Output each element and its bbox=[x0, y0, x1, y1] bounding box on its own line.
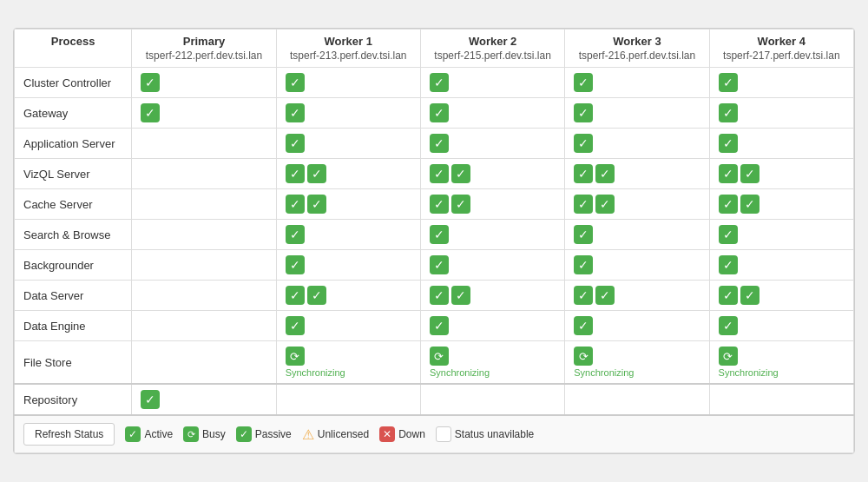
table-row: Data Server✓✓✓✓✓✓✓✓ bbox=[15, 281, 854, 311]
check-icon: ✓ bbox=[574, 195, 593, 214]
process-name: Cache Server bbox=[15, 189, 132, 220]
sync-label: Synchronizing bbox=[719, 367, 779, 378]
legend-warn-icon: ⚠ bbox=[302, 426, 314, 443]
col-worker3: Worker 3 bbox=[565, 30, 709, 50]
sync-icon: ⟳ bbox=[430, 347, 449, 366]
check-icon: ✓ bbox=[430, 316, 449, 335]
check-icon: ✓ bbox=[740, 286, 760, 305]
table-header-hosts: tsperf-212.perf.dev.tsi.lan tsperf-213.p… bbox=[15, 50, 854, 68]
process-name: Backgrounder bbox=[15, 250, 132, 281]
check-icon: ✓ bbox=[719, 255, 738, 274]
legend-item: ✓Active bbox=[125, 426, 173, 442]
check-icon: ✓ bbox=[141, 103, 160, 122]
table-row: File Store⟳Synchronizing⟳Synchronizing⟳S… bbox=[15, 341, 854, 385]
check-icon: ✓ bbox=[719, 164, 738, 183]
legend-item: ✓Passive bbox=[236, 426, 292, 442]
legend-sync-icon: ⟳ bbox=[183, 426, 199, 442]
sync-icon: ⟳ bbox=[286, 347, 305, 366]
table-row: Cache Server✓✓✓✓✓✓✓✓ bbox=[15, 189, 854, 220]
legend-item: ✕Down bbox=[379, 426, 425, 442]
col-primary-host: tsperf-212.perf.dev.tsi.lan bbox=[132, 50, 276, 68]
col-worker3-host: tsperf-216.perf.dev.tsi.lan bbox=[565, 50, 709, 68]
col-worker4: Worker 4 bbox=[709, 30, 853, 50]
footer-row: Refresh Status✓Active⟳Busy✓Passive⚠Unlic… bbox=[15, 415, 854, 453]
sync-cell: ⟳Synchronizing bbox=[430, 347, 556, 378]
check-icon: ✓ bbox=[719, 195, 738, 214]
check-icon: ✓ bbox=[141, 390, 160, 409]
check-icon: ✓ bbox=[430, 103, 449, 122]
check-icon: ✓ bbox=[595, 195, 615, 214]
process-name: File Store bbox=[15, 341, 132, 385]
check-icon: ✓ bbox=[307, 195, 326, 214]
legend-empty-icon bbox=[436, 426, 451, 442]
check-icon: ✓ bbox=[574, 255, 593, 274]
check-icon: ✓ bbox=[286, 103, 305, 122]
legend-label: Passive bbox=[255, 428, 292, 440]
check-icon: ✓ bbox=[574, 103, 593, 122]
check-icon: ✓ bbox=[719, 225, 738, 244]
check-icon: ✓ bbox=[719, 134, 738, 153]
table-row: Cluster Controller✓✓✓✓✓ bbox=[15, 68, 854, 98]
sync-cell: ⟳Synchronizing bbox=[286, 347, 411, 378]
table-row: VizQL Server✓✓✓✓✓✓✓✓ bbox=[15, 159, 854, 189]
legend-item: ⚠Unlicensed bbox=[302, 426, 369, 443]
table-row: Gateway✓✓✓✓✓ bbox=[15, 98, 854, 129]
legend-check-icon: ✓ bbox=[236, 426, 252, 442]
check-icon: ✓ bbox=[719, 316, 738, 335]
check-icon: ✓ bbox=[740, 195, 760, 214]
repository-row: Repository✓ bbox=[15, 384, 854, 415]
check-icon: ✓ bbox=[286, 286, 305, 305]
col-primary: Primary bbox=[132, 30, 276, 50]
sync-icon: ⟳ bbox=[574, 347, 593, 366]
legend-label: Active bbox=[144, 428, 173, 440]
check-icon: ✓ bbox=[307, 164, 326, 183]
process-name: VizQL Server bbox=[15, 159, 132, 189]
process-name: Search & Browse bbox=[15, 220, 132, 250]
check-icon: ✓ bbox=[286, 225, 305, 244]
sync-label: Synchronizing bbox=[286, 367, 345, 378]
sync-label: Synchronizing bbox=[574, 367, 634, 378]
footer-content: Refresh Status✓Active⟳Busy✓Passive⚠Unlic… bbox=[23, 423, 845, 446]
refresh-status-button[interactable]: Refresh Status bbox=[23, 423, 115, 446]
sync-cell: ⟳Synchronizing bbox=[719, 347, 845, 378]
check-icon: ✓ bbox=[430, 73, 449, 92]
check-icon: ✓ bbox=[286, 73, 305, 92]
sync-cell: ⟳Synchronizing bbox=[574, 347, 700, 378]
footer-cell: Refresh Status✓Active⟳Busy✓Passive⚠Unlic… bbox=[15, 415, 854, 453]
check-icon: ✓ bbox=[286, 316, 305, 335]
check-icon: ✓ bbox=[430, 164, 449, 183]
col-worker1-host: tsperf-213.perf.dev.tsi.lan bbox=[276, 50, 420, 68]
check-icon: ✓ bbox=[595, 286, 615, 305]
check-icon: ✓ bbox=[141, 73, 160, 92]
check-icon: ✓ bbox=[574, 225, 593, 244]
check-icon: ✓ bbox=[574, 316, 593, 335]
check-icon: ✓ bbox=[719, 73, 738, 92]
check-icon: ✓ bbox=[286, 195, 305, 214]
check-icon: ✓ bbox=[574, 134, 593, 153]
table-body: Cluster Controller✓✓✓✓✓Gateway✓✓✓✓✓Appli… bbox=[15, 68, 854, 453]
legend-x-icon: ✕ bbox=[379, 426, 395, 442]
legend-item: ⟳Busy bbox=[183, 426, 226, 442]
legend-label: Busy bbox=[202, 428, 226, 440]
legend-label: Unlicensed bbox=[318, 428, 369, 440]
check-icon: ✓ bbox=[574, 73, 593, 92]
sync-label: Synchronizing bbox=[430, 367, 490, 378]
process-name: Data Engine bbox=[15, 311, 132, 341]
check-icon: ✓ bbox=[719, 286, 738, 305]
legend-label: Status unavilable bbox=[455, 428, 534, 440]
check-icon: ✓ bbox=[430, 225, 449, 244]
status-table: Process Primary Worker 1 Worker 2 Worker… bbox=[14, 29, 854, 453]
check-icon: ✓ bbox=[286, 134, 305, 153]
check-icon: ✓ bbox=[574, 164, 593, 183]
check-icon: ✓ bbox=[430, 286, 449, 305]
sync-icon: ⟳ bbox=[719, 347, 738, 366]
check-icon: ✓ bbox=[430, 134, 449, 153]
check-icon: ✓ bbox=[451, 164, 470, 183]
check-icon: ✓ bbox=[286, 164, 305, 183]
process-name: Data Server bbox=[15, 281, 132, 311]
legend-item: Status unavilable bbox=[436, 426, 534, 442]
table-header-labels: Process Primary Worker 1 Worker 2 Worker… bbox=[15, 30, 854, 50]
repository-label: Repository bbox=[15, 384, 132, 415]
process-name: Gateway bbox=[15, 98, 132, 129]
check-icon: ✓ bbox=[451, 286, 470, 305]
